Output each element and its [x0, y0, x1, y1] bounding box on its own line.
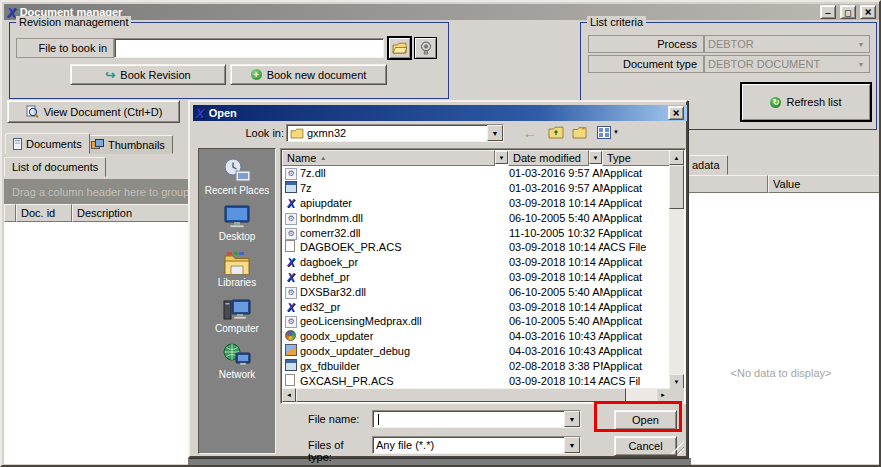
tab-thumbnails[interactable]: Thumbnails — [83, 135, 173, 154]
view-menu-button[interactable]: ▼ — [594, 122, 622, 142]
process-combo[interactable]: DEBTOR ▼ — [704, 35, 870, 53]
chevron-down-icon: ▼ — [613, 129, 619, 135]
file-row[interactable]: apiupdater 03-09-2018 10:14 AM Applicat — [282, 196, 669, 211]
file-row[interactable]: GXCASH_PR.ACS 03-09-2018 10:14 AM ACS Fi… — [282, 373, 669, 388]
date-modified-column-header[interactable]: Date modified — [508, 150, 589, 166]
file-row[interactable]: goodx_updater_debug 04-03-2016 10:43 AM … — [282, 344, 669, 359]
file-date: 03-09-2018 10:14 AM — [509, 301, 603, 313]
book-revision-icon: ↪ — [105, 70, 115, 80]
file-row[interactable]: 7z 01-03-2016 9:57 AM Applicat — [282, 181, 669, 196]
metadata-name-column-header[interactable] — [682, 175, 768, 193]
name-filter-button[interactable]: ▼ — [495, 151, 508, 164]
vertical-scroll-thumb[interactable] — [669, 165, 684, 209]
dialog-bottom-edge — [188, 458, 691, 465]
up-one-level-button[interactable] — [546, 122, 566, 142]
new-folder-icon: * — [572, 126, 588, 139]
cancel-button[interactable]: Cancel — [614, 436, 677, 456]
file-type: Applicat — [603, 271, 669, 283]
scroll-left-icon[interactable]: ◄ — [282, 388, 296, 402]
groupby-hint: Drag a column header here to group by th — [12, 186, 216, 198]
files-of-type-combo[interactable]: Any file (*.*) ▼ — [372, 436, 581, 454]
view-document-button[interactable]: View Document (Ctrl+D) — [7, 100, 180, 123]
scroll-down-icon[interactable]: ▼ — [669, 374, 684, 389]
book-revision-label: Book Revision — [120, 69, 190, 81]
minimize-button[interactable] — [820, 5, 836, 19]
file-row[interactable]: goodx_updater 04-03-2016 10:43 AM Applic… — [282, 329, 669, 344]
file-name: 7z — [300, 182, 509, 194]
place-desktop[interactable]: Desktop — [199, 203, 275, 249]
subtab-list-of-documents[interactable]: List of documents — [4, 157, 106, 177]
place-network[interactable]: Network — [199, 341, 275, 387]
look-in-combo[interactable]: gxmn32 ▼ — [286, 124, 504, 142]
file-icon — [285, 316, 297, 328]
place-computer[interactable]: Computer — [199, 295, 275, 341]
capture-camera-button[interactable] — [414, 37, 437, 59]
place-recent-places[interactable]: Recent Places — [199, 157, 275, 203]
recent-places-icon — [222, 157, 252, 185]
horizontal-scrollbar[interactable]: ◄ ► — [282, 388, 670, 402]
chevron-down-icon: ▼ — [853, 36, 869, 52]
file-row[interactable]: ed32_pr 03-09-2018 10:14 AM Applicat — [282, 299, 669, 314]
file-name: geoLicensingMedprax.dll — [300, 315, 509, 327]
computer-icon — [222, 295, 252, 323]
file-icon — [285, 287, 297, 299]
file-row[interactable]: gx_fdbuilder 02-08-2018 3:38 PM Applicat — [282, 358, 669, 373]
horizontal-scroll-thumb[interactable] — [296, 388, 626, 402]
file-row[interactable]: DAGBOEK_PR.ACS 03-09-2018 10:14 AM ACS F… — [282, 240, 669, 255]
file-date: 03-09-2018 10:14 AM — [509, 197, 603, 209]
vertical-scrollbar[interactable]: ▲ ▼ — [669, 150, 684, 389]
doc-id-column-header[interactable]: Doc. id — [16, 204, 72, 222]
annotation-highlight-open — [594, 401, 682, 432]
metadata-grid-body: <No data to display> — [682, 193, 880, 464]
back-button[interactable]: ← — [520, 122, 540, 142]
document-type-combo[interactable]: DEBTOR DOCUMENT ▼ — [704, 55, 870, 73]
views-grid-icon — [597, 126, 611, 139]
metadata-value-column-header[interactable]: Value — [768, 175, 880, 193]
type-column-header[interactable]: Type — [602, 150, 670, 166]
file-name-combo[interactable]: ▼ — [372, 410, 581, 428]
file-name: comerr32.dll — [300, 227, 509, 239]
tab-documents[interactable]: Documents — [5, 133, 90, 154]
chevron-down-icon: ▼ — [853, 56, 869, 72]
file-icon — [285, 228, 297, 240]
file-row[interactable]: borlndmm.dll 06-10-2005 5:40 AM Applicat — [282, 210, 669, 225]
files-of-type-value: Any file (*.*) — [376, 439, 434, 451]
file-date: 03-09-2018 10:14 AM — [509, 271, 603, 283]
dialog-close-button[interactable] — [668, 106, 684, 120]
document-type-value: DEBTOR DOCUMENT — [708, 58, 820, 70]
book-revision-button[interactable]: ↪ Book Revision — [70, 64, 226, 85]
name-column-header[interactable]: Name ▲ — [282, 150, 495, 166]
new-folder-button[interactable]: * — [570, 122, 590, 142]
revision-management-panel: Revision management File to book in ↪ Bo… — [9, 22, 449, 99]
chevron-down-icon: ▼ — [564, 437, 580, 453]
scroll-right-icon[interactable]: ► — [656, 388, 670, 402]
file-name: apiupdater — [300, 197, 509, 209]
file-row[interactable]: debhef_pr 03-09-2018 10:14 AM Applicat — [282, 270, 669, 285]
magnifier-document-icon — [25, 105, 39, 119]
file-name: goodx_updater_debug — [300, 345, 509, 357]
browse-file-button[interactable] — [388, 37, 411, 59]
file-row[interactable]: comerr32.dll 11-10-2005 10:32 PM Applica… — [282, 225, 669, 240]
file-icon — [285, 374, 295, 386]
maximize-button[interactable] — [840, 5, 856, 19]
file-date: 06-10-2005 5:40 AM — [509, 315, 603, 327]
file-date: 03-09-2018 10:14 AM — [509, 241, 603, 253]
webcam-icon — [419, 41, 433, 55]
place-label: Libraries — [218, 277, 256, 288]
file-row[interactable]: dagboek_pr 03-09-2018 10:14 AM Applicat — [282, 255, 669, 270]
close-button[interactable] — [860, 5, 876, 19]
file-to-book-in-input[interactable] — [114, 38, 384, 58]
file-type: Applicat — [603, 315, 669, 327]
refresh-list-button[interactable]: ↻ Refresh list — [741, 83, 871, 121]
file-name-label: File name: — [308, 413, 370, 425]
place-libraries[interactable]: Libraries — [199, 249, 275, 295]
tab-metadata-clipped[interactable]: adata — [684, 155, 728, 175]
file-name: dagboek_pr — [300, 256, 509, 268]
file-row[interactable]: DXSBar32.dll 06-10-2005 5:40 AM Applicat — [282, 284, 669, 299]
book-new-document-button[interactable]: + Book new document — [230, 64, 387, 85]
date-filter-button[interactable]: ▼ — [589, 151, 602, 164]
file-row[interactable]: geoLicensingMedprax.dll 06-10-2005 5:40 … — [282, 314, 669, 329]
scroll-up-icon[interactable]: ▲ — [669, 150, 684, 165]
file-date: 01-03-2016 9:57 AM — [509, 167, 603, 179]
file-row[interactable]: 7z.dll 01-03-2016 9:57 AM Applicat — [282, 166, 669, 181]
